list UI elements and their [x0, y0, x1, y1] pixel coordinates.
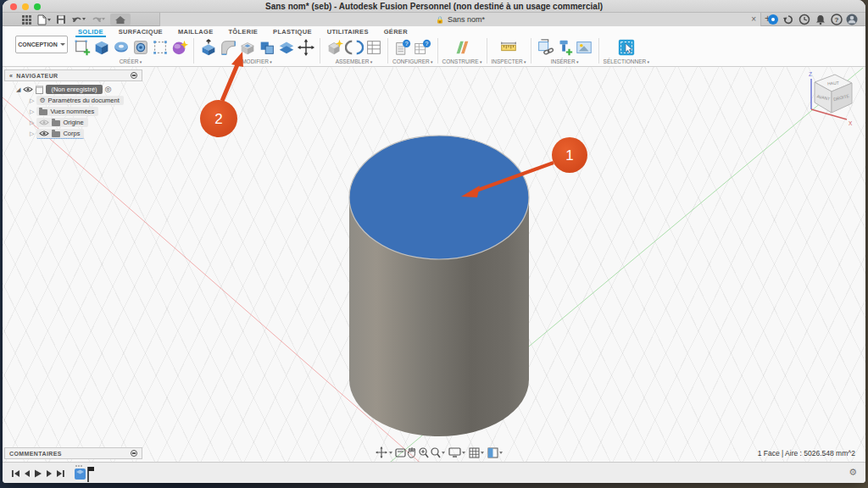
- viewcube[interactable]: HAUT AVANT DROITE Z X: [799, 69, 860, 130]
- group-label-selectionner[interactable]: SÉLECTIONNER: [604, 58, 649, 64]
- app-grid-icon[interactable]: [21, 14, 32, 25]
- group-label-configurer[interactable]: CONFIGURER: [392, 58, 433, 64]
- workspace-label: CONCEPTION: [18, 42, 58, 47]
- panel-minus-icon[interactable]: [131, 72, 137, 79]
- pattern-button[interactable]: [150, 37, 170, 58]
- activate-component-radio[interactable]: ◎: [105, 86, 112, 93]
- revolve-button[interactable]: [111, 37, 131, 58]
- panel-minus-icon[interactable]: [131, 450, 137, 457]
- zoom-icon[interactable]: [420, 448, 428, 458]
- timeline-position-marker[interactable]: [88, 467, 94, 482]
- fillet-button[interactable]: [218, 37, 237, 58]
- group-label-creer[interactable]: CRÉER: [120, 58, 142, 64]
- group-label-inserer[interactable]: INSÉRER: [551, 58, 579, 64]
- home-icon[interactable]: [110, 14, 131, 25]
- save-icon[interactable]: [56, 14, 66, 25]
- extrude-button[interactable]: [92, 37, 111, 58]
- expand-open-icon[interactable]: ◢: [16, 86, 20, 93]
- expand-closed-icon[interactable]: ▷: [30, 97, 34, 104]
- sync-icon[interactable]: [783, 16, 792, 23]
- hole-button[interactable]: [131, 37, 150, 58]
- tab-solide[interactable]: SOLIDE: [70, 26, 111, 37]
- shell-button[interactable]: [237, 37, 257, 58]
- group-label-modifier[interactable]: MODIFIER: [242, 58, 272, 64]
- configuration-table-button[interactable]: ?: [413, 37, 432, 58]
- group-label-construire[interactable]: CONSTRUIRE: [442, 58, 482, 64]
- tree-label[interactable]: Origine: [63, 119, 83, 126]
- group-label-inspecter[interactable]: INSPECTER: [492, 58, 526, 64]
- tab-utilitaires[interactable]: UTILITAIRES: [320, 26, 376, 37]
- tab-plastique[interactable]: PLASTIQUE: [265, 26, 320, 37]
- configuration-doc-button[interactable]: ?: [393, 37, 413, 58]
- history-icon[interactable]: [800, 15, 810, 25]
- redo-icon[interactable]: [91, 14, 105, 25]
- tree-label[interactable]: Vues nommées: [50, 108, 94, 115]
- insert-fastener-button[interactable]: [555, 37, 575, 58]
- tab-surfacique[interactable]: SURFACIQUE: [111, 26, 170, 37]
- tab-gerer[interactable]: GÉRER: [376, 26, 415, 37]
- file-menu-icon[interactable]: [37, 14, 51, 25]
- display-settings-icon[interactable]: [449, 448, 465, 457]
- step-forward-button[interactable]: [47, 470, 52, 477]
- timeline-settings-gear[interactable]: ⚙: [849, 467, 857, 478]
- tab-maillage[interactable]: MAILLAGE: [170, 26, 221, 37]
- grid-settings-icon[interactable]: [470, 448, 484, 458]
- play-button[interactable]: [35, 470, 42, 478]
- comments-header[interactable]: COMMENTAIRES: [4, 447, 142, 459]
- tree-root-row[interactable]: ◢ (Non enregistré) ◎: [16, 84, 142, 95]
- cylinder-top-face-selected[interactable]: [349, 136, 529, 259]
- measure-button[interactable]: [499, 37, 519, 58]
- visibility-eye-icon[interactable]: [39, 119, 49, 126]
- expand-closed-icon[interactable]: ▷: [30, 119, 34, 126]
- insert-derive-button[interactable]: [536, 37, 555, 58]
- profile-avatar[interactable]: [847, 14, 858, 25]
- fit-icon[interactable]: [431, 448, 445, 458]
- new-component-button[interactable]: [325, 37, 344, 58]
- create-form-button[interactable]: [170, 37, 189, 58]
- construction-plane-button[interactable]: [453, 37, 472, 58]
- visibility-eye-icon[interactable]: [39, 130, 49, 137]
- go-to-start-button[interactable]: [12, 470, 19, 477]
- ribbon-separator: [437, 38, 438, 64]
- orbit-icon[interactable]: [376, 446, 392, 458]
- step-back-button[interactable]: [25, 470, 30, 477]
- visibility-eye-icon[interactable]: [23, 86, 33, 93]
- collapse-panel-icon[interactable]: «: [9, 73, 13, 79]
- tree-row-vues[interactable]: ▷ Vues nommées: [30, 106, 142, 117]
- ribbon-tabs: SOLIDE SURFACIQUE MAILLAGE TÔLERIE PLAST…: [70, 26, 415, 37]
- document-tab[interactable]: 🔒 Sans nom* ×: [159, 13, 761, 26]
- tree-row-corps[interactable]: ▷ Corps: [30, 128, 142, 139]
- bom-list-button[interactable]: [364, 37, 383, 58]
- lock-icon: 🔒: [436, 16, 444, 24]
- tree-row-origine[interactable]: ▷ Origine: [30, 117, 142, 128]
- viewports-icon[interactable]: [488, 448, 503, 458]
- extrude-feature-item[interactable]: [75, 469, 86, 480]
- root-document-label[interactable]: (Non enregistré): [46, 85, 102, 94]
- look-at-icon[interactable]: [396, 449, 405, 457]
- tree-label[interactable]: Corps: [63, 130, 80, 137]
- workspace-selector[interactable]: CONCEPTION: [15, 36, 68, 53]
- tree-row-parametres[interactable]: ▷ ⚙Paramètres du document: [30, 95, 142, 106]
- move-copy-button[interactable]: [296, 37, 315, 58]
- combine-button[interactable]: [257, 37, 276, 58]
- expand-closed-icon[interactable]: ▷: [30, 108, 34, 115]
- pan-icon[interactable]: [408, 447, 415, 457]
- close-tab-button[interactable]: ×: [751, 14, 756, 25]
- navigator-header[interactable]: « NAVIGATEUR: [4, 69, 142, 81]
- select-window-button[interactable]: [616, 37, 636, 58]
- group-label-assembler[interactable]: ASSEMBLER: [336, 58, 373, 64]
- split-button[interactable]: [276, 37, 296, 58]
- viewport-canvas[interactable]: « NAVIGATEUR ◢ (Non enregistré) ◎ ▷ ⚙Par…: [3, 67, 865, 462]
- joint-button[interactable]: [344, 37, 364, 58]
- press-pull-button[interactable]: [198, 37, 218, 58]
- tree-label[interactable]: Paramètres du document: [48, 97, 120, 104]
- go-to-end-button[interactable]: [57, 470, 64, 477]
- job-status-icon[interactable]: [768, 14, 778, 25]
- notifications-icon[interactable]: [816, 15, 825, 25]
- undo-icon[interactable]: [71, 14, 86, 25]
- tab-tolerie[interactable]: TÔLERIE: [220, 26, 265, 37]
- create-sketch-button[interactable]: [72, 37, 92, 58]
- insert-image-button[interactable]: [575, 37, 594, 58]
- help-icon[interactable]: ?: [832, 14, 842, 25]
- expand-closed-icon[interactable]: ▷: [30, 130, 34, 137]
